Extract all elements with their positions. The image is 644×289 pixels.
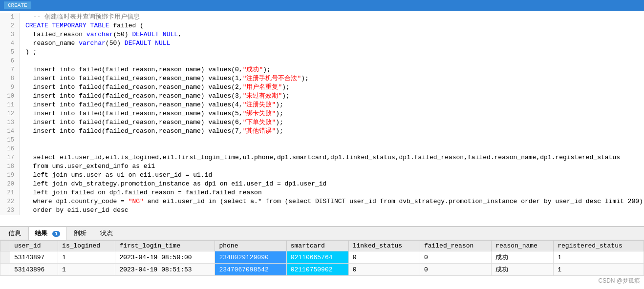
table-cell: 53143896 [10,264,58,276]
line-number: 18 [0,162,20,171]
line-content: select ei1.user_id,ei1.is_logined,ei1.fi… [20,153,620,162]
table-cell: 1 [554,251,644,264]
code-token: "用户名重复" [243,83,282,91]
tab-剖析[interactable]: 剖析 [67,227,93,240]
table-header: first_login_time [115,241,215,251]
table-cell: 2023-04-19 08:51:53 [115,264,215,276]
code-token: ); [282,92,290,100]
tab-badge: 1 [52,231,61,237]
code-token: failed ( [109,22,144,29]
table-header: phone [215,241,286,251]
table-header: failed_reason [420,241,491,251]
tab-label: 状态 [100,230,113,237]
tab-结果-1[interactable]: 结果 1 [28,227,66,240]
code-token: ); [276,119,283,126]
code-token: insert into failed(failed_reason,reason_… [25,101,243,108]
line-content [20,144,25,153]
tab-信息[interactable]: 信息 [2,227,27,240]
code-line: 4 reason_name varchar(50) DEFAULT NULL [0,39,644,48]
row-number [0,251,10,264]
code-token: select ei1.user_id,ei1.is_logined,ei1.fi… [25,154,620,161]
code-token: , [178,31,182,38]
code-token: -- 创建临时表并查询预绑卡用户信息 [25,13,140,21]
code-token: reason_name [25,40,79,47]
line-content: insert into failed(failed_reason,reason_… [20,83,290,92]
code-line: 11 insert into failed(failed_reason,reas… [0,101,644,109]
line-content: left join dvb_strategy.promotion_instanc… [20,180,326,188]
code-line: 7 insert into failed(failed_reason,reaso… [0,65,644,74]
table-cell: 成功 [492,251,554,264]
code-line: 9 insert into failed(failed_reason,reaso… [0,83,644,92]
code-line: 12 insert into failed(failed_reason,reas… [0,109,644,118]
line-number: 5 [0,48,20,57]
line-number: 15 [0,136,20,144]
tab-状态[interactable]: 状态 [94,227,119,240]
table-header: user_id [10,241,58,251]
code-token: left join failed on dp1.failed_reason = … [25,189,262,196]
main-container: CREATE 1 -- 创建临时表并查询预绑卡用户信息2CREATE TEMPO… [0,0,644,289]
table-cell: 成功 [492,264,554,276]
code-line: 19 left join ums.user as u1 on ei1.user_… [0,171,644,180]
line-number: 17 [0,153,20,162]
table-cell: 02110665764 [286,251,348,264]
code-token: ); [301,75,309,82]
code-line: 1 -- 创建临时表并查询预绑卡用户信息 [0,13,644,21]
results-area[interactable]: user_idis_loginedfirst_login_timephonesm… [0,240,644,289]
line-number: 16 [0,144,20,153]
code-token: (50) [106,40,125,47]
tab-label: 信息 [8,230,21,237]
line-number: 7 [0,65,20,74]
code-token: insert into failed(failed_reason,reason_… [25,75,243,82]
code-line: 22 where dp1.country_code = "NG" and ei1… [0,197,644,206]
code-line: 17 select ei1.user_id,ei1.is_logined,ei1… [0,153,644,162]
line-content [20,57,25,65]
results-table: user_idis_loginedfirst_login_timephonesm… [0,240,644,276]
create-button[interactable]: CREATE [4,1,31,9]
table-row: 5314389712023-04-19 08:50:00234802912909… [0,251,644,264]
line-content: order by ei1.user_id desc [20,206,129,215]
table-header: linked_status [348,241,420,251]
table-cell: 53143897 [10,251,58,264]
code-token: insert into failed(failed_reason,reason_… [25,66,243,73]
line-number: 13 [0,118,20,127]
line-content: insert into failed(failed_reason,reason_… [20,118,283,127]
code-line: 6 [0,57,644,65]
line-number: 1 [0,13,20,21]
code-line: 21 left join failed on dp1.failed_reason… [0,188,644,197]
code-token: order by ei1.user_id desc [25,206,129,214]
code-line: 5) ; [0,48,644,57]
code-token: ); [282,83,290,91]
line-number: 20 [0,180,20,188]
line-number: 23 [0,206,20,215]
line-content: insert into failed(failed_reason,reason_… [20,109,283,118]
table-cell: 0 [348,251,420,264]
line-content: insert into failed(failed_reason,reason_… [20,74,309,83]
tab-label: 剖析 [74,230,86,237]
line-content: where dp1.country_code = "NG" and ei1.us… [20,197,644,206]
code-line: 14 insert into failed(failed_reason,reas… [0,127,644,136]
editor-area: 1 -- 创建临时表并查询预绑卡用户信息2CREATE TEMPORARY TA… [0,11,644,227]
tab-bar: 信息结果 1剖析状态 [0,227,644,240]
table-cell: 1 [58,251,115,264]
line-content: insert into failed(failed_reason,reason_… [20,127,283,136]
line-content: from ums.user_extend_info as ei1 [20,162,155,171]
line-content [20,136,25,144]
table-cell: 0 [420,264,491,276]
line-content: insert into failed(failed_reason,reason_… [20,92,290,101]
line-number: 12 [0,109,20,118]
code-editor[interactable]: 1 -- 创建临时表并查询预绑卡用户信息2CREATE TEMPORARY TA… [0,11,644,226]
code-token: "其他错误" [243,127,276,135]
line-content: CREATE TEMPORARY TABLE failed ( [20,21,144,30]
code-token: varchar [86,31,113,38]
code-token: from ums.user_extend_info as ei1 [25,163,155,170]
tab-label: 结果 [35,230,51,237]
line-number: 4 [0,39,20,48]
code-token: varchar [79,40,106,47]
line-content: failed_reason varchar(50) DEFAULT NULL, [20,30,182,39]
code-token: failed_reason [25,31,86,38]
code-token: ); [263,66,271,73]
code-token: insert into failed(failed_reason,reason_… [25,83,243,91]
code-token: "未过有效期" [243,92,282,100]
watermark: CSDN @梦孤痕 [598,277,640,285]
code-token: and ei1.user_id in (select a.* from (sel… [144,198,644,205]
